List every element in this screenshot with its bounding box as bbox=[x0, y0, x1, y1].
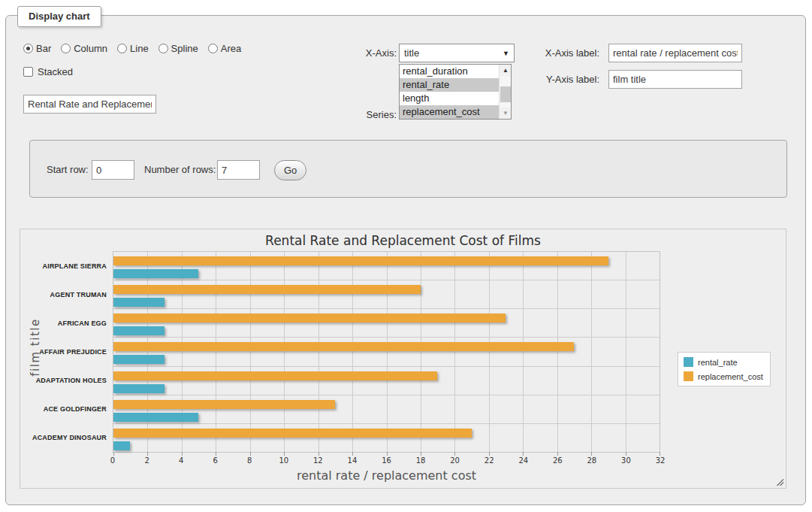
checkbox-icon bbox=[23, 67, 33, 77]
number-of-rows-label: Number of rows: bbox=[144, 164, 216, 175]
y-axis-label-input[interactable] bbox=[608, 70, 742, 89]
radio-column[interactable]: Column bbox=[61, 43, 107, 54]
x-tick-label: 32 bbox=[656, 456, 666, 465]
category-label: ACE GOLDFINGER bbox=[44, 405, 107, 413]
fieldset-legend: Display chart bbox=[17, 6, 101, 27]
x-tick-label: 6 bbox=[213, 456, 218, 465]
resize-handle-icon[interactable] bbox=[775, 477, 783, 486]
scrollbar-thumb[interactable] bbox=[500, 86, 511, 102]
tick-mark bbox=[626, 452, 626, 456]
radio-button-icon bbox=[23, 44, 33, 53]
plot-area: AIRPLANE SIERRAAGENT TRUMANAFRICAN EGGAF… bbox=[113, 251, 660, 453]
bar-replacement_cost bbox=[113, 429, 472, 438]
listbox-scrollbar[interactable]: ▲ ▼ bbox=[499, 65, 511, 119]
series-option-replacement-cost[interactable]: replacement_cost bbox=[400, 105, 511, 119]
legend-item-replacement_cost[interactable]: replacement_cost bbox=[684, 371, 763, 381]
bar-rental_rate bbox=[113, 355, 165, 364]
category-row: ACADEMY DINOSAUR bbox=[113, 424, 660, 452]
x-axis-selected-value: title bbox=[404, 47, 419, 59]
category-label: ACADEMY DINOSAUR bbox=[32, 434, 107, 441]
x-tick-label: 16 bbox=[382, 456, 391, 465]
series-list-label: Series: bbox=[337, 109, 397, 120]
y-axis-title: film title bbox=[29, 318, 42, 376]
category-row: AGENT TRUMAN bbox=[113, 280, 660, 309]
x-tick-label: 4 bbox=[179, 456, 183, 465]
category-label: AIRPLANE SIERRA bbox=[42, 262, 107, 270]
chart-container: Rental Rate and Replacement Cost of Film… bbox=[20, 229, 786, 489]
series-option-length[interactable]: length bbox=[400, 92, 511, 105]
y-axis-label-label: Y-Axis label: bbox=[494, 74, 599, 85]
x-tick-label: 20 bbox=[450, 456, 460, 465]
category-row: AFFAIR PREJUDICE bbox=[113, 338, 660, 366]
tick-mark bbox=[352, 452, 353, 456]
bar-replacement_cost bbox=[113, 342, 574, 351]
bar-rental_rate bbox=[113, 326, 165, 335]
tick-mark bbox=[454, 452, 455, 456]
bar-replacement_cost bbox=[113, 285, 421, 294]
radio-spline-label: Spline bbox=[171, 43, 198, 54]
chart-title: Rental Rate and Replacement Cost of Film… bbox=[20, 233, 786, 248]
bar-rental_rate bbox=[113, 269, 198, 278]
radio-spline[interactable]: Spline bbox=[158, 43, 198, 54]
bar-rental_rate bbox=[113, 441, 130, 450]
radio-button-icon bbox=[117, 44, 127, 53]
category-label: AGENT TRUMAN bbox=[50, 291, 107, 298]
bar-rental_rate bbox=[113, 384, 165, 393]
chart-type-radio-group: Bar Column Line Spline Area bbox=[23, 43, 241, 54]
chart-legend: rental_ratereplacement_cost bbox=[678, 352, 771, 386]
tick-mark bbox=[182, 452, 183, 456]
radio-area[interactable]: Area bbox=[208, 43, 241, 54]
tick-mark bbox=[557, 452, 558, 456]
x-tick-label: 26 bbox=[553, 456, 563, 465]
radio-button-icon bbox=[61, 44, 71, 53]
tick-mark bbox=[660, 452, 660, 456]
tick-mark bbox=[489, 452, 490, 456]
bar-replacement_cost bbox=[113, 314, 506, 323]
category-label: AFRICAN EGG bbox=[58, 320, 107, 327]
tick-mark bbox=[113, 452, 114, 456]
radio-line[interactable]: Line bbox=[117, 43, 149, 54]
bar-rental_rate bbox=[113, 413, 198, 422]
x-axis-label-label: X-Axis label: bbox=[494, 47, 599, 59]
display-chart-fieldset: Display chart Bar Column Line Spline Are… bbox=[5, 15, 806, 505]
number-of-rows-input[interactable] bbox=[217, 160, 260, 180]
x-tick-label: 0 bbox=[110, 456, 115, 465]
radio-bar[interactable]: Bar bbox=[23, 43, 51, 54]
x-tick-label: 22 bbox=[484, 456, 494, 465]
x-tick-label: 8 bbox=[247, 456, 252, 465]
category-label: AFFAIR PREJUDICE bbox=[39, 348, 107, 356]
category-label: ADAPTATION HOLES bbox=[36, 377, 107, 384]
bar-rental_rate bbox=[113, 298, 165, 307]
bar-replacement_cost bbox=[113, 256, 608, 265]
radio-column-label: Column bbox=[74, 43, 107, 54]
tick-mark bbox=[421, 452, 421, 456]
radio-button-icon bbox=[158, 44, 168, 53]
tick-mark bbox=[387, 452, 388, 456]
stacked-label: Stacked bbox=[38, 66, 73, 77]
tick-mark bbox=[250, 452, 251, 456]
bar-replacement_cost bbox=[113, 371, 437, 380]
radio-bar-label: Bar bbox=[36, 43, 51, 54]
x-tick-label: 10 bbox=[279, 456, 288, 465]
radio-line-label: Line bbox=[130, 43, 149, 54]
x-tick-label: 12 bbox=[313, 456, 323, 465]
scroll-down-icon[interactable]: ▼ bbox=[500, 108, 512, 119]
legend-item-rental_rate[interactable]: rental_rate bbox=[684, 357, 763, 367]
radio-area-label: Area bbox=[221, 43, 241, 54]
tick-mark bbox=[284, 452, 285, 456]
category-rows: AIRPLANE SIERRAAGENT TRUMANAFRICAN EGGAF… bbox=[113, 252, 660, 452]
row-range-panel: Start row: Number of rows: Go bbox=[29, 140, 787, 198]
start-row-input[interactable] bbox=[92, 160, 134, 180]
x-axis-title: rental rate / replacement cost bbox=[113, 468, 660, 483]
legend-label: rental_rate bbox=[698, 358, 738, 367]
x-tick-label: 24 bbox=[518, 456, 528, 465]
x-tick-label: 28 bbox=[587, 456, 597, 465]
x-tick-label: 18 bbox=[416, 456, 426, 465]
chart-title-input[interactable] bbox=[23, 95, 156, 114]
x-axis-label-input[interactable] bbox=[608, 44, 742, 62]
x-axis-ticks: 02468101214161820222426283032 bbox=[113, 456, 660, 466]
stacked-checkbox-row[interactable]: Stacked bbox=[23, 66, 73, 77]
legend-label: replacement_cost bbox=[698, 372, 763, 381]
x-tick-label: 2 bbox=[144, 456, 149, 465]
go-button[interactable]: Go bbox=[274, 160, 306, 180]
